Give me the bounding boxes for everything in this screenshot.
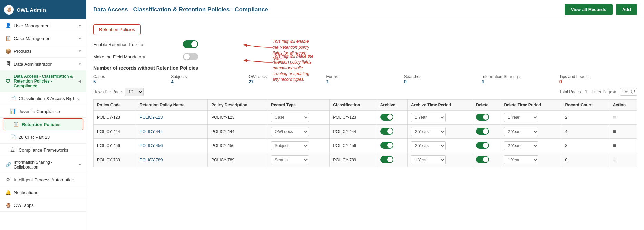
- record-type-select[interactable]: Search Case Subject OWLdocs Search: [271, 155, 309, 164]
- delete-time-select[interactable]: 2 Years 1 Year 2 Years 3 Years 5 Years: [504, 141, 538, 150]
- record-type-select[interactable]: Case Case Subject OWLdocs Search: [271, 113, 309, 122]
- total-pages-label: Total Pages: [559, 89, 581, 94]
- action-menu-icon[interactable]: ≡: [613, 128, 616, 134]
- stat-forms: Forms 1: [326, 74, 404, 84]
- record-type-select[interactable]: OWLdocs Case Subject OWLdocs Search: [271, 127, 309, 136]
- mandatory-toggle[interactable]: [183, 53, 198, 60]
- sidebar-item-data-access[interactable]: 🛡 Data Access - Classification & Retenti…: [0, 70, 86, 92]
- main-content: Data Access - Classification & Retention…: [86, 0, 644, 230]
- page-content: Retention Policies Enable Retention Poli…: [86, 19, 644, 230]
- col-record-type: Record Type: [267, 100, 330, 111]
- stat-forms-value[interactable]: 1: [326, 79, 404, 84]
- delete-toggle[interactable]: [476, 114, 489, 121]
- sidebar-item-notifications[interactable]: 🔔 Notifications: [0, 186, 86, 199]
- add-button[interactable]: Add: [616, 4, 637, 15]
- sidebar-item-user-management[interactable]: 👤 User Management ▾: [0, 19, 86, 32]
- chevron-down-icon: ▾: [79, 23, 81, 28]
- cell-policy-desc: POLICY-789: [208, 153, 267, 167]
- delete-time-select[interactable]: 2 Years 1 Year 2 Years 3 Years 5 Years: [504, 127, 538, 136]
- cell-record-type: Case Case Subject OWLdocs Search: [267, 111, 330, 125]
- col-delete: Delete: [472, 100, 500, 111]
- rows-per-page-select[interactable]: 10 25 50 100: [125, 88, 144, 96]
- enter-page-input[interactable]: [620, 88, 637, 96]
- cell-policy-code: POLICY-123: [94, 111, 136, 125]
- delete-time-select[interactable]: 1 Year 1 Year 2 Years 3 Years 5 Years: [504, 113, 538, 122]
- gear-icon: ⚙: [5, 177, 11, 182]
- stat-subjects-value[interactable]: 4: [171, 79, 248, 84]
- cell-delete-time: 2 Years 1 Year 2 Years 3 Years 5 Years: [500, 139, 562, 153]
- sidebar-item-data-administration[interactable]: 🗄 Data Administration ▾: [0, 58, 86, 70]
- policy-name-link[interactable]: POLICY-456: [139, 143, 163, 148]
- cell-archive: [377, 111, 407, 125]
- cell-classification: POLICY-789: [330, 153, 377, 167]
- cell-policy-name: POLICY-123: [136, 111, 208, 125]
- tab-retention-policies[interactable]: Retention Policies: [93, 24, 141, 35]
- archive-toggle[interactable]: [380, 156, 393, 163]
- sidebar-item-juvenile-compliance[interactable]: 📊 Juvenile Compliance: [0, 105, 86, 118]
- policy-name-link[interactable]: POLICY-444: [139, 129, 163, 134]
- archive-toggle[interactable]: [380, 142, 393, 149]
- cell-action: ≡: [609, 125, 637, 139]
- sidebar-item-retention-policies[interactable]: 📋 Retention Policies: [3, 118, 83, 130]
- stats-row: Cases 5 Subjects 4 OWLdocs 27 Forms 1 Se…: [93, 74, 637, 84]
- policy-name-link[interactable]: POLICY-123: [139, 115, 163, 120]
- sidebar-item-label: Products: [14, 49, 76, 54]
- delete-toggle[interactable]: [476, 156, 489, 163]
- delete-time-select[interactable]: 1 Year 1 Year 2 Years 3 Years 5 Years: [504, 155, 538, 164]
- sidebar-item-products[interactable]: 📦 Products ▾: [0, 45, 86, 58]
- delete-toggle[interactable]: [476, 128, 489, 135]
- archive-toggle[interactable]: [380, 128, 393, 135]
- mandatory-toggle-row: Make the Field Mandatory: [93, 53, 637, 60]
- user-management-icon: 👤: [5, 23, 11, 28]
- stat-searches-value: 0: [404, 79, 482, 84]
- stat-tips-leads: Tips and Leads : 0: [559, 74, 637, 84]
- col-classification: Classification: [330, 100, 377, 111]
- cell-delete: [472, 111, 500, 125]
- cell-policy-desc: POLICY-456: [208, 139, 267, 153]
- enable-retention-toggle-row: Enable Retention Policies: [93, 40, 637, 48]
- archive-time-select[interactable]: 1 Year 1 Year 2 Years 3 Years 5 Years: [411, 113, 446, 122]
- archive-time-select[interactable]: 2 Years 1 Year 2 Years 3 Years 5 Years: [411, 141, 446, 150]
- header-actions: View all Records Add: [565, 4, 637, 15]
- enable-retention-label: Enable Retention Policies: [93, 42, 183, 47]
- stat-tips-leads-label: Tips and Leads :: [559, 74, 637, 79]
- cell-classification: POLICY-456: [330, 139, 377, 153]
- owl-logo-icon: 🦉: [4, 5, 14, 15]
- cell-archive: [377, 153, 407, 167]
- sidebar-item-28cfr[interactable]: 📄 28 CFR Part 23: [0, 131, 86, 144]
- sidebar-item-label: 28 CFR Part 23: [19, 135, 81, 140]
- sidebar-item-compliance-frameworks[interactable]: 🏛 Compliance Frameworks: [0, 144, 86, 156]
- owlapps-icon: 🦉: [5, 202, 11, 208]
- action-menu-icon[interactable]: ≡: [613, 114, 616, 120]
- col-policy-name: Retention Policy Name: [136, 100, 208, 111]
- action-menu-icon[interactable]: ≡: [613, 143, 616, 148]
- sidebar-item-label: User Management: [14, 23, 76, 28]
- chevron-down-icon: ▾: [79, 36, 81, 41]
- archive-time-select[interactable]: 2 Years 1 Year 2 Years 3 Years 5 Years: [411, 127, 446, 136]
- link-icon: 🔗: [5, 162, 11, 167]
- sidebar-item-classification-access[interactable]: 📄 Classification & Access Rights: [0, 92, 86, 105]
- archive-toggle[interactable]: [380, 114, 393, 121]
- view-all-records-button[interactable]: View all Records: [565, 4, 613, 15]
- policy-name-link[interactable]: POLICY-789: [139, 157, 163, 162]
- stat-cases-value[interactable]: 5: [93, 79, 171, 84]
- sidebar-item-case-management[interactable]: 📋 Case Management ▾: [0, 32, 86, 45]
- sidebar-item-label: Case Management: [14, 36, 76, 41]
- action-menu-icon[interactable]: ≡: [613, 157, 616, 163]
- enable-retention-toggle[interactable]: [183, 40, 198, 48]
- sidebar-item-owlapps[interactable]: 🦉 OWLapps: [0, 199, 86, 212]
- sidebar-item-label: Retention Policies: [22, 122, 80, 127]
- sidebar-item-info-sharing[interactable]: 🔗 Information Sharing - Collaboration ▾: [0, 156, 86, 173]
- sidebar-item-label: Data Access - Classification & Retention…: [14, 74, 76, 88]
- archive-time-select[interactable]: 1 Year 1 Year 2 Years 3 Years 5 Years: [411, 155, 446, 164]
- cell-policy-code: POLICY-456: [94, 139, 136, 153]
- delete-toggle[interactable]: [476, 142, 489, 149]
- sidebar-item-label: Classification & Access Rights: [19, 96, 81, 101]
- cell-delete: [472, 153, 500, 167]
- sidebar-item-intelligent-process[interactable]: ⚙ Intelligent Process Automation: [0, 173, 86, 186]
- rows-per-page-control: Rows Per Page 10 25 50 100: [93, 88, 144, 96]
- page-title: Data Access - Classification & Retention…: [93, 6, 268, 13]
- stat-info-sharing-value[interactable]: 1: [482, 79, 559, 84]
- record-type-select[interactable]: Subject Case Subject OWLdocs Search: [271, 141, 309, 150]
- chart-icon: 📊: [10, 108, 16, 114]
